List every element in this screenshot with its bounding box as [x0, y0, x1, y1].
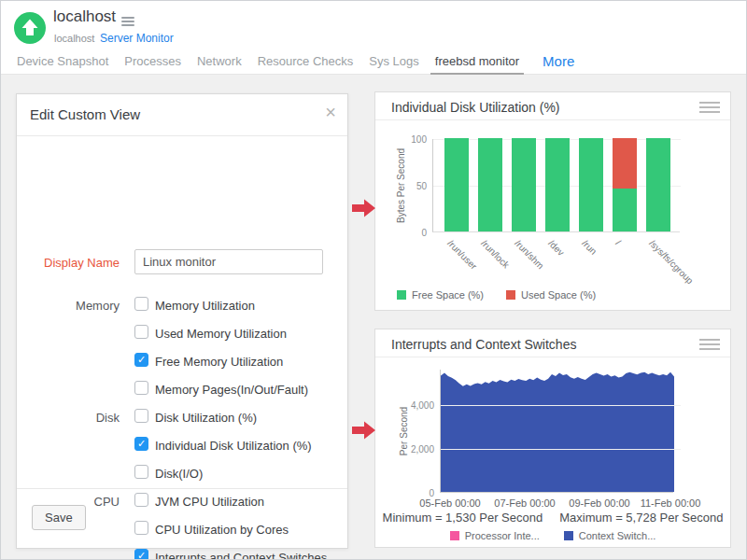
metric-row: Individual Disk Utilization (%) — [17, 431, 347, 459]
bar-/sys/fs/cgroup — [646, 138, 670, 231]
checkbox-label: Disk Utilization (%) — [155, 411, 257, 425]
area-series — [441, 369, 674, 492]
checkbox-disk-utilization[interactable] — [134, 409, 148, 423]
gridline — [441, 449, 681, 450]
x-axis-label: /run/user — [445, 238, 479, 272]
legend-item[interactable]: Used Space (%) — [506, 289, 596, 301]
card-header: Individual Disk Utilization (%) — [375, 92, 730, 120]
bar-segment-free — [545, 138, 570, 231]
checkbox-label: Individual Disk Utilization (%) — [155, 439, 312, 453]
bar-segment-free — [646, 138, 670, 231]
checkbox-memory-utilization[interactable] — [134, 297, 148, 311]
arrow-right-icon — [352, 420, 376, 441]
group-label-disk: Disk — [17, 411, 120, 425]
checkbox-label: Disk(I/O) — [155, 467, 203, 481]
checkbox-memory-pages[interactable] — [134, 381, 148, 395]
chart-summary: Minimum = 1,530 Per Second Maximum = 5,7… — [375, 511, 730, 525]
tab-network[interactable]: Network — [197, 54, 242, 68]
chart-menu-icon[interactable] — [699, 339, 720, 353]
legend-swatch — [564, 531, 573, 540]
checkbox-label: Interrupts and Context Switches — [155, 551, 327, 560]
y-axis-title: Bytes Per Second — [396, 148, 406, 223]
legend-swatch — [506, 290, 515, 300]
legend-swatch — [397, 290, 406, 300]
arrow-right-icon — [352, 198, 376, 218]
bar-segment-free — [512, 138, 536, 231]
x-axis-label: /run — [580, 238, 599, 257]
dialog-title: Edit Custom View — [30, 106, 140, 122]
bar-/run/user — [444, 138, 469, 231]
x-axis-date-label: 11-Feb 00:00 — [633, 497, 708, 509]
legend-label: Used Space (%) — [521, 289, 596, 301]
tab-freebsd-monitor[interactable]: freebsd monitor — [435, 54, 519, 68]
metric-row: Memory Memory Utilization — [17, 291, 347, 319]
tab-sys-logs[interactable]: Sys Logs — [369, 54, 418, 68]
x-axis-label: /dev — [546, 238, 566, 258]
bar-/run/shm — [512, 138, 536, 231]
tab-bar: Device Snapshot Processes Network Resour… — [0, 49, 747, 75]
disk-utilization-card: Individual Disk Utilization (%) Bytes Pe… — [374, 91, 731, 311]
save-button[interactable]: Save — [32, 505, 86, 530]
x-axis-label: /run/lock — [479, 238, 512, 271]
checkbox-free-memory-utilization[interactable] — [134, 353, 148, 367]
gridline — [441, 405, 681, 406]
x-axis-label: / — [613, 238, 623, 247]
close-icon[interactable]: × — [325, 103, 336, 121]
chart-menu-icon[interactable] — [699, 102, 720, 116]
tab-resource-checks[interactable]: Resource Checks — [258, 54, 354, 68]
legend-label: Context Switch... — [579, 530, 656, 541]
legend-item[interactable]: Context Switch... — [564, 530, 656, 541]
card-title: Individual Disk Utilization (%) — [391, 100, 560, 115]
checkbox-disk-io[interactable] — [134, 465, 148, 479]
bar-segment-free — [579, 138, 603, 231]
tab-processes[interactable]: Processes — [124, 54, 181, 68]
display-name-input[interactable] — [134, 249, 323, 274]
metric-row: Disk(I/O) — [17, 459, 347, 487]
tab-more[interactable]: More — [543, 53, 574, 69]
y-axis-tick: 50 — [416, 181, 427, 191]
interrupts-card: Interrupts and Context Switches Per Seco… — [374, 329, 731, 548]
y-axis-tick: 4,000 — [411, 400, 434, 411]
hamburger-menu-icon[interactable] — [121, 17, 134, 28]
checkbox-individual-disk-utilization[interactable] — [134, 437, 148, 451]
card-title: Interrupts and Context Switches — [391, 337, 576, 352]
chart-legend: Free Space (%)Used Space (%) — [397, 289, 596, 301]
dialog-footer: Save — [17, 488, 347, 548]
legend-swatch — [450, 531, 459, 540]
display-name-label: Display Name — [17, 256, 120, 270]
y-axis-title: Per Second — [399, 407, 409, 455]
chart-legend: Processor Inte...Context Switch... — [375, 530, 730, 541]
area-chart-plot: 02,0004,00005-Feb 00:0007-Feb 00:0009-Fe… — [440, 370, 673, 493]
breadcrumb-host: localhost — [54, 33, 94, 44]
bar-/run/lock — [478, 138, 502, 231]
x-axis-label: /run/shm — [513, 238, 545, 271]
checkbox-label: Used Memory Utilization — [155, 327, 287, 341]
bar-segment-free — [613, 189, 637, 231]
minimum-value: Minimum = 1,530 Per Second — [383, 511, 543, 525]
checkbox-label: Free Memory Utilization — [155, 355, 283, 369]
breadcrumb-server-monitor-link[interactable]: Server Monitor — [100, 32, 174, 45]
metric-row: Memory Pages(In/Out/Fault) — [17, 375, 347, 403]
app-header: localhost localhost Server Monitor — [0, 0, 747, 49]
metric-row: Used Memory Utilization — [17, 319, 347, 347]
x-axis-date-label: 09-Feb 00:00 — [562, 497, 637, 509]
edit-custom-view-dialog: Edit Custom View × Display Name Memory M… — [16, 93, 348, 549]
x-axis-date-label: 05-Feb 00:00 — [413, 497, 487, 509]
y-axis-tick: 0 — [421, 228, 427, 238]
tab-device-snapshot[interactable]: Device Snapshot — [17, 54, 108, 68]
server-status-icon — [14, 12, 46, 44]
checkbox-label: Memory Utilization — [155, 299, 255, 313]
card-header: Interrupts and Context Switches — [375, 329, 730, 357]
checkbox-used-memory-utilization[interactable] — [134, 325, 148, 339]
legend-item[interactable]: Free Space (%) — [397, 289, 484, 301]
display-name-row: Display Name — [17, 249, 347, 274]
bar-/ — [613, 138, 637, 231]
legend-label: Processor Inte... — [465, 530, 540, 541]
legend-item[interactable]: Processor Inte... — [450, 530, 540, 541]
y-axis-tick: 0 — [429, 488, 434, 498]
y-axis-tick: 2,000 — [411, 444, 434, 455]
group-label-memory: Memory — [17, 299, 120, 313]
metric-row: Free Memory Utilization — [17, 347, 347, 375]
checkbox-interrupts-context-switches[interactable] — [134, 549, 148, 560]
bar-chart-plot: 050100/run/user/run/lock/run/shm/dev/run… — [432, 139, 680, 232]
